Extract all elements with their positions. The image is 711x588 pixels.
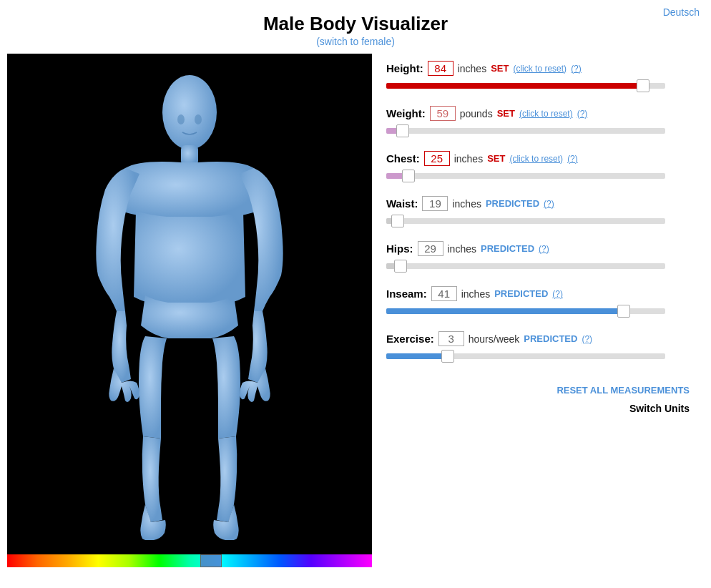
weight-help-link[interactable]: (?) [577, 109, 588, 119]
height-value[interactable]: 84 [428, 61, 453, 76]
exercise-unit: hours/week [469, 333, 520, 345]
height-reset-link[interactable]: (click to reset) [513, 64, 567, 74]
header: Male Body Visualizer (switch to female) [0, 0, 711, 54]
weight-unit: pounds [460, 108, 493, 119]
body-figure [7, 54, 372, 554]
bottom-buttons: RESET ALL MEASUREMENTS Switch Units [386, 385, 690, 414]
hips-label: Hips: [386, 242, 413, 255]
svg-point-0 [162, 75, 217, 150]
height-status: SET [491, 63, 509, 74]
language-link[interactable]: Deutsch [663, 6, 700, 18]
hips-slider-thumb[interactable] [394, 260, 407, 273]
hips-slider-track[interactable] [386, 263, 665, 269]
exercise-slider-track[interactable] [386, 353, 665, 359]
height-help-link[interactable]: (?) [571, 64, 582, 74]
page-title: Male Body Visualizer [0, 13, 711, 35]
svg-point-2 [177, 114, 185, 124]
chest-label: Chest: [386, 152, 420, 165]
waist-slider-track[interactable] [386, 218, 665, 224]
waist-unit: inches [452, 198, 481, 210]
weight-value[interactable]: 59 [430, 106, 456, 121]
color-bar [7, 554, 372, 567]
svg-point-3 [195, 114, 202, 124]
waist-value[interactable]: 19 [422, 196, 448, 211]
weight-slider-track[interactable] [386, 128, 665, 134]
chest-status: SET [487, 153, 505, 164]
viewer-panel [7, 54, 372, 567]
exercise-row: Exercise: 3 hours/week PREDICTED (?) [386, 331, 690, 363]
hips-slider-container [386, 259, 665, 273]
chest-slider-container [386, 169, 665, 183]
hips-value[interactable]: 29 [418, 241, 443, 256]
switch-units-button[interactable]: Switch Units [386, 403, 690, 414]
waist-slider-container [386, 214, 665, 228]
weight-slider-container [386, 124, 665, 138]
height-row: Height: 84 inches SET (click to reset) (… [386, 61, 690, 93]
hips-status: PREDICTED [481, 243, 534, 254]
height-slider-track[interactable] [386, 83, 665, 89]
weight-reset-link[interactable]: (click to reset) [519, 109, 573, 119]
weight-row: Weight: 59 pounds SET (click to reset) (… [386, 106, 690, 138]
height-label: Height: [386, 62, 423, 74]
exercise-slider-fill [386, 353, 448, 359]
chest-slider-thumb[interactable] [402, 170, 415, 182]
inseam-unit: inches [461, 288, 490, 300]
weight-slider-thumb[interactable] [396, 124, 409, 137]
waist-slider-thumb[interactable] [391, 215, 404, 227]
waist-help-link[interactable]: (?) [544, 199, 554, 209]
inseam-row: Inseam: 41 inches PREDICTED (?) [386, 286, 690, 318]
weight-status: SET [497, 108, 515, 119]
color-bar-thumb[interactable] [200, 554, 222, 567]
svg-rect-1 [181, 145, 198, 165]
switch-gender-link[interactable]: (switch to female) [316, 36, 395, 47]
height-slider-fill [386, 83, 643, 89]
inseam-slider-track[interactable] [386, 308, 665, 314]
body-canvas [7, 54, 372, 554]
inseam-slider-thumb[interactable] [617, 305, 630, 318]
exercise-slider-container [386, 349, 665, 363]
exercise-value[interactable]: 3 [438, 331, 464, 346]
inseam-slider-fill [386, 308, 624, 314]
chest-reset-link[interactable]: (click to reset) [509, 154, 563, 164]
inseam-label: Inseam: [386, 288, 427, 300]
chest-row: Chest: 25 inches SET (click to reset) (?… [386, 151, 690, 183]
exercise-slider-thumb[interactable] [441, 350, 454, 363]
hips-row: Hips: 29 inches PREDICTED (?) [386, 241, 690, 273]
chest-unit: inches [454, 153, 483, 165]
exercise-status: PREDICTED [524, 333, 577, 344]
exercise-label: Exercise: [386, 333, 434, 345]
controls-panel: Height: 84 inches SET (click to reset) (… [372, 54, 704, 567]
height-slider-container [386, 79, 665, 93]
weight-label: Weight: [386, 107, 426, 119]
inseam-slider-container [386, 304, 665, 318]
hips-help-link[interactable]: (?) [539, 244, 549, 254]
inseam-status: PREDICTED [494, 288, 548, 299]
exercise-help-link[interactable]: (?) [582, 334, 592, 344]
waist-status: PREDICTED [486, 198, 539, 209]
chest-slider-track[interactable] [386, 173, 665, 179]
chest-help-link[interactable]: (?) [567, 154, 578, 164]
main-content: Height: 84 inches SET (click to reset) (… [0, 54, 711, 567]
inseam-value[interactable]: 41 [431, 286, 457, 301]
body-svg [82, 68, 297, 540]
chest-value[interactable]: 25 [424, 151, 450, 166]
waist-label: Waist: [386, 197, 418, 210]
inseam-help-link[interactable]: (?) [552, 289, 563, 299]
height-slider-thumb[interactable] [637, 79, 649, 92]
hips-unit: inches [448, 243, 476, 255]
height-unit: inches [458, 63, 486, 74]
reset-all-button[interactable]: RESET ALL MEASUREMENTS [386, 385, 690, 396]
waist-row: Waist: 19 inches PREDICTED (?) [386, 196, 690, 228]
